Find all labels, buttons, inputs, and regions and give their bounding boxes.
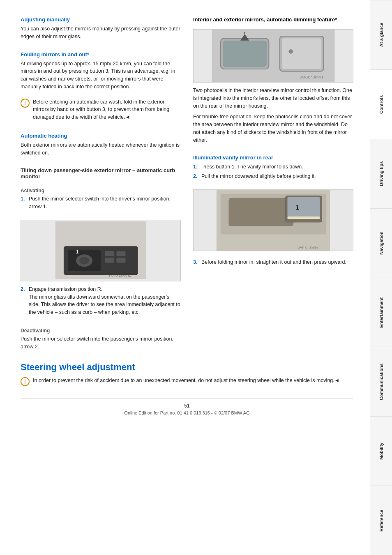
- folding-mirrors-body: At driving speeds up to approx. 15 mph/ …: [21, 60, 181, 91]
- vanity-step3-text: Before folding mirror in, straighten it …: [201, 258, 346, 266]
- activating-svg: 1 UVK-1A000UA: [25, 221, 177, 279]
- svg-rect-5: [105, 251, 114, 256]
- vanity-step1-num: 1.: [193, 163, 199, 171]
- svg-point-18: [288, 49, 293, 54]
- folding-mirrors-heading: Folding mirrors in and out*: [21, 51, 181, 58]
- activating-image: 1 UVK-1A000UA: [21, 220, 181, 281]
- svg-rect-7: [105, 258, 114, 263]
- sidebar: At a glance Controls Driving tips Naviga…: [370, 0, 392, 555]
- sidebar-tab-controls[interactable]: Controls: [370, 69, 392, 139]
- vanity-step-2: 2. Pull the mirror downward slightly bef…: [193, 173, 353, 180]
- svg-point-4: [79, 257, 89, 265]
- dimming-svg: UVK-ChDimMe: [194, 30, 353, 82]
- vanity-step2-num: 2.: [193, 173, 199, 180]
- sidebar-tab-communications[interactable]: Communications: [370, 347, 392, 416]
- activating-step-1: 1. Push the mirror selector switch into …: [21, 195, 181, 211]
- adjusting-manually-heading: Adjusting manually: [21, 16, 181, 23]
- step2-text: Engage transmission position R.: [29, 286, 102, 292]
- svg-rect-24: [288, 197, 320, 219]
- warning-icon-steering: !: [21, 377, 30, 386]
- activating-step2-list: 2. Engage transmission position R. The m…: [21, 286, 181, 318]
- deactivating-subheading: Deactivating: [21, 328, 181, 334]
- warning-icon-folding: !: [21, 99, 30, 108]
- steering-warning-text: In order to prevent the risk of accident…: [33, 377, 339, 385]
- vanity-step3-num: 3.: [193, 258, 199, 266]
- adjusting-manually-body: You can also adjust the mirrors manually…: [21, 25, 181, 41]
- svg-rect-8: [116, 258, 125, 263]
- steering-heading: Steering wheel adjustment: [21, 362, 353, 373]
- automatic-heating-body: Both exterior mirrors are automatically …: [21, 141, 181, 157]
- vanity-svg: 1 UVK-ChSatBe: [194, 190, 353, 251]
- svg-rect-25: [288, 216, 320, 219]
- page-footer: 51 Online Edition for Part no. 01 41 0 0…: [21, 398, 353, 415]
- step2-detail: The mirror glass tilts downward somewhat…: [29, 294, 180, 315]
- sidebar-tab-entertainment[interactable]: Entertainment: [370, 278, 392, 347]
- vanity-step1-text: Press button 1. The vanity mirror folds …: [201, 163, 303, 171]
- sidebar-tab-driving-tips[interactable]: Driving tips: [370, 139, 392, 208]
- sidebar-tab-navigation[interactable]: Navigation: [370, 208, 392, 278]
- activating-steps: 1. Push the mirror selector switch into …: [21, 195, 181, 212]
- vanity-step-1: 1. Press button 1. The vanity mirror fol…: [193, 163, 353, 171]
- folding-warning-box: ! Before entering an automatic car wash,…: [21, 98, 181, 121]
- svg-text:UVK-ChDimMe: UVK-ChDimMe: [300, 75, 323, 79]
- step1-text: Push the mirror selector switch into the…: [29, 195, 181, 211]
- vanity-mirror-image: 1 UVK-ChSatBe: [193, 189, 353, 251]
- right-column: Interior and exterior mirrors, automatic…: [193, 16, 353, 354]
- svg-rect-17: [282, 38, 321, 69]
- interior-exterior-heading: Interior and exterior mirrors, automatic…: [193, 16, 353, 23]
- vanity-mirror-heading: Illuminated vanity mirror in rear: [193, 154, 353, 161]
- vanity-step3-list: 3. Before folding mirror in, straighten …: [193, 258, 353, 268]
- two-column-layout: Adjusting manually You can also adjust t…: [21, 16, 353, 354]
- svg-rect-22: [228, 198, 293, 226]
- svg-text:UVK-1A000UA: UVK-1A000UA: [109, 274, 131, 278]
- left-column: Adjusting manually You can also adjust t…: [21, 16, 181, 354]
- svg-text:UVK-ChSatBe: UVK-ChSatBe: [297, 246, 318, 249]
- vanity-step-3: 3. Before folding mirror in, straighten …: [193, 258, 353, 266]
- interior-exterior-body2: For trouble-free operation, keep the pho…: [193, 113, 353, 144]
- tilting-down-heading: Tilting down passenger-side exterior mir…: [21, 167, 181, 180]
- vanity-steps: 1. Press button 1. The vanity mirror fol…: [193, 163, 353, 182]
- svg-rect-13: [223, 41, 267, 67]
- activating-subheading: Activating: [21, 188, 181, 193]
- svg-rect-6: [116, 251, 125, 256]
- page-container: Adjusting manually You can also adjust t…: [0, 0, 392, 555]
- step1-num: 1.: [21, 195, 26, 211]
- copyright-text: Online Edition for Part no. 01 41 0 013 …: [21, 410, 353, 415]
- sidebar-tab-at-a-glance[interactable]: At a glance: [370, 0, 392, 69]
- sidebar-tab-mobility[interactable]: Mobility: [370, 416, 392, 486]
- page-number: 51: [21, 403, 353, 409]
- main-content: Adjusting manually You can also adjust t…: [0, 0, 370, 555]
- sidebar-tab-reference[interactable]: Reference: [370, 486, 392, 555]
- interior-exterior-body1: Two photocells in the interior rearview …: [193, 87, 353, 110]
- deactivating-body: Push the mirror selector switch into the…: [21, 335, 181, 351]
- activating-step-2: 2. Engage transmission position R. The m…: [21, 286, 181, 316]
- dimming-feature-image: UVK-ChDimMe: [193, 29, 353, 83]
- steering-section: Steering wheel adjustment ! In order to …: [21, 362, 353, 386]
- automatic-heating-heading: Automatic heating: [21, 133, 181, 139]
- steering-warning-box: ! In order to prevent the risk of accide…: [21, 377, 353, 386]
- step2-content: Engage transmission position R. The mirr…: [29, 286, 181, 316]
- svg-text:1: 1: [295, 204, 299, 211]
- svg-text:1: 1: [76, 250, 78, 255]
- folding-warning-text: Before entering an automatic car wash, f…: [33, 98, 181, 121]
- vanity-step2-text: Pull the mirror downward slightly before…: [201, 173, 316, 180]
- step2-num: 2.: [21, 286, 26, 316]
